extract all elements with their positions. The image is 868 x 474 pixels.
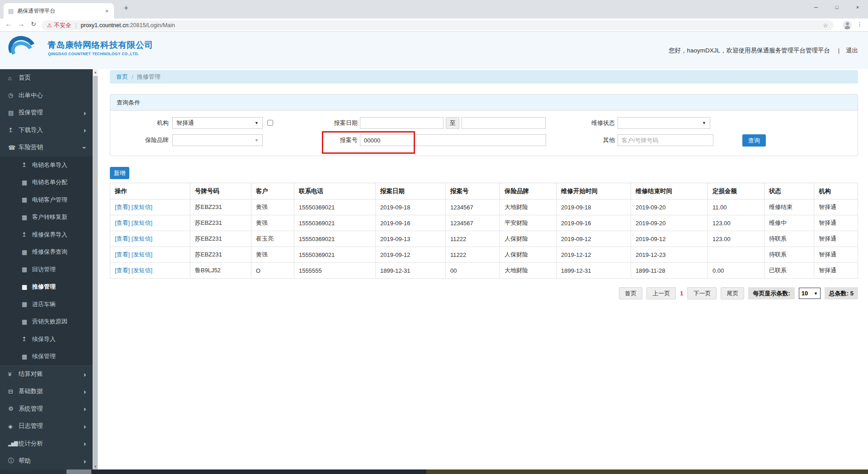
profile-avatar[interactable]: [843, 20, 852, 29]
sidebar-item-settlement-reconcile[interactable]: ¥结算对账›: [0, 365, 93, 383]
globe-icon: ◷: [8, 92, 19, 99]
sidebar-item-order-center[interactable]: ◷出单中心: [0, 87, 93, 104]
sms-link[interactable]: [发短信]: [132, 235, 152, 242]
report-date-to-input[interactable]: [462, 117, 546, 129]
sidebar-item-auto-insurance-marketing[interactable]: ☎车险营销›: [0, 139, 93, 156]
bookmark-star-icon[interactable]: ☆: [823, 22, 828, 29]
sidebar-item-system-mgmt[interactable]: ⚙系统管理›: [0, 400, 93, 418]
sidebar-item-customer-transfer-renew[interactable]: ▦客户转移复新: [0, 209, 93, 226]
sidebar-item-telemarket-list-import[interactable]: ↥电销名单导入: [0, 156, 93, 174]
sidebar-scrollbar[interactable]: ▲ ▼: [93, 69, 98, 469]
org-select[interactable]: 智择通 ▼: [172, 117, 263, 129]
date-to-label: 至: [446, 117, 459, 129]
sidebar-item-telemarket-customer-mgmt[interactable]: ▦电销客户管理: [0, 191, 93, 209]
tab-close-icon[interactable]: ×: [104, 8, 109, 14]
scrollbar-thumb[interactable]: [93, 76, 98, 474]
maximize-icon[interactable]: □: [826, 0, 847, 15]
per-page-select[interactable]: 10 ▼: [799, 288, 821, 299]
horizontal-scrollbar[interactable]: [0, 469, 868, 474]
browser-menu-icon[interactable]: ⋮: [857, 21, 863, 28]
view-link[interactable]: [查看]: [115, 267, 130, 274]
report-date-from-input[interactable]: [360, 117, 443, 129]
add-button[interactable]: 新增: [110, 167, 129, 179]
next-page-button[interactable]: 下一页: [687, 287, 717, 299]
report-no-input[interactable]: [360, 134, 546, 146]
sms-link[interactable]: [发短信]: [132, 204, 152, 210]
logout-link[interactable]: 退出: [846, 47, 858, 54]
table-cell: 0.00: [708, 263, 764, 279]
company-name-en: QINGDAO COUNTNET TECHNOLOGY CO.,LTD.: [48, 52, 139, 56]
sidebar-item-label: 系统管理: [19, 405, 43, 413]
sidebar-item-home[interactable]: ⌂首页: [0, 69, 93, 87]
sidebar-item-repair-maintenance-query[interactable]: ▦维修保养查询: [0, 243, 93, 261]
sidebar-item-renewal-mgmt[interactable]: ▦续保管理: [0, 348, 93, 365]
breadcrumb-home-link[interactable]: 首页: [116, 73, 128, 81]
hscrollbar-track-right: [426, 469, 868, 474]
sidebar-item-label: 车险营销: [19, 143, 43, 152]
table-cell: 智择通: [814, 215, 858, 231]
sidebar-item-marketing-fail-reason[interactable]: ▦营销失败原因: [0, 313, 93, 331]
sidebar-item-repair-push-mgmt[interactable]: ▦推修管理: [0, 278, 93, 296]
grid-icon: ▦: [22, 353, 32, 360]
sidebar-item-download-import[interactable]: ↥下载导入›: [0, 122, 93, 139]
sidebar-item-renewal-import[interactable]: ↥续保导入: [0, 331, 93, 348]
column-header: 保险品牌: [500, 183, 557, 199]
table-cell: 1899-12-31: [376, 263, 446, 279]
org-checkbox[interactable]: [267, 120, 273, 126]
warning-icon: ⚠: [47, 22, 52, 28]
security-label[interactable]: 不安全: [54, 22, 71, 29]
table-cell: 2019-09-20: [631, 199, 708, 215]
sidebar-item-telemarket-list-assign[interactable]: ▦电销名单分配: [0, 174, 93, 191]
import-icon: ↥: [22, 161, 32, 168]
sidebar-item-insure-mgmt[interactable]: ▤投保管理›: [0, 104, 93, 122]
company-logo: [8, 36, 38, 64]
grid-icon: ▦: [22, 249, 32, 256]
view-link[interactable]: [查看]: [115, 219, 130, 226]
column-header: 客户: [251, 183, 294, 199]
sidebar-item-label: 投保管理: [19, 109, 43, 117]
prev-page-button[interactable]: 上一页: [646, 287, 676, 299]
forward-icon[interactable]: →: [16, 20, 26, 28]
view-link[interactable]: [查看]: [115, 251, 130, 258]
browser-tab[interactable]: ▤ 易保通管理平台 ×: [4, 3, 114, 19]
sms-link[interactable]: [发短信]: [132, 251, 152, 258]
table-cell: 大地财险: [500, 199, 557, 215]
org-label: 机构: [149, 117, 169, 129]
sidebar-item-help[interactable]: ⓘ帮助›: [0, 452, 93, 469]
first-page-button[interactable]: 首页: [619, 287, 642, 299]
total-count-label: 总条数: 5: [825, 287, 858, 299]
view-link[interactable]: [查看]: [115, 235, 130, 242]
other-input[interactable]: [618, 134, 713, 146]
sidebar-item-revisit-mgmt[interactable]: ▦回访管理: [0, 261, 93, 279]
table-row: [查看] [发短信]鲁B9LJ52O15555551899-12-3100大地财…: [110, 263, 858, 279]
last-page-button[interactable]: 尾页: [721, 287, 744, 299]
sms-link[interactable]: [发短信]: [132, 267, 152, 274]
sidebar-item-log-mgmt[interactable]: ◈日志管理›: [0, 417, 93, 435]
view-link[interactable]: [查看]: [115, 204, 130, 210]
sidebar-item-base-data[interactable]: ⊟基础数据›: [0, 383, 93, 400]
new-tab-button[interactable]: +: [120, 4, 132, 13]
reload-icon[interactable]: ↻: [28, 20, 38, 28]
repair-status-select[interactable]: ▼: [618, 117, 710, 129]
back-icon[interactable]: ←: [4, 20, 14, 28]
table-cell: 2019-09-16: [376, 215, 446, 231]
sms-link[interactable]: [发短信]: [132, 219, 152, 226]
minimize-icon[interactable]: ─: [806, 0, 826, 15]
sidebar-item-repair-maintenance-import[interactable]: ↥维修保养导入: [0, 226, 93, 244]
grid-icon: ▦: [22, 214, 32, 221]
search-button[interactable]: 查询: [742, 134, 766, 147]
scroll-down-icon[interactable]: ▼: [93, 465, 98, 468]
chevron-right-icon: ›: [84, 370, 86, 378]
pagination: 首页 上一页 1 下一页 尾页 每页显示条数: 10 ▼ 总条数: 5: [615, 287, 858, 299]
hscrollbar-thumb[interactable]: [66, 469, 91, 474]
brand-select[interactable]: ▼: [172, 134, 263, 146]
table-cell: 15550369021: [294, 247, 376, 263]
sidebar-item-stats-analysis[interactable]: ▂▅▇统计分析›: [0, 435, 93, 453]
scroll-up-icon[interactable]: ▲: [93, 71, 98, 74]
sidebar-item-instore-vehicles[interactable]: ▦进店车辆: [0, 296, 93, 313]
window-close-icon[interactable]: ×: [847, 0, 868, 15]
column-header: 状态: [764, 183, 814, 199]
chevron-right-icon: ›: [84, 405, 86, 412]
document-icon: ▤: [8, 109, 19, 116]
address-bar[interactable]: ⚠ 不安全 | proxy1.countnet.cn :20815/Login/…: [42, 20, 834, 30]
